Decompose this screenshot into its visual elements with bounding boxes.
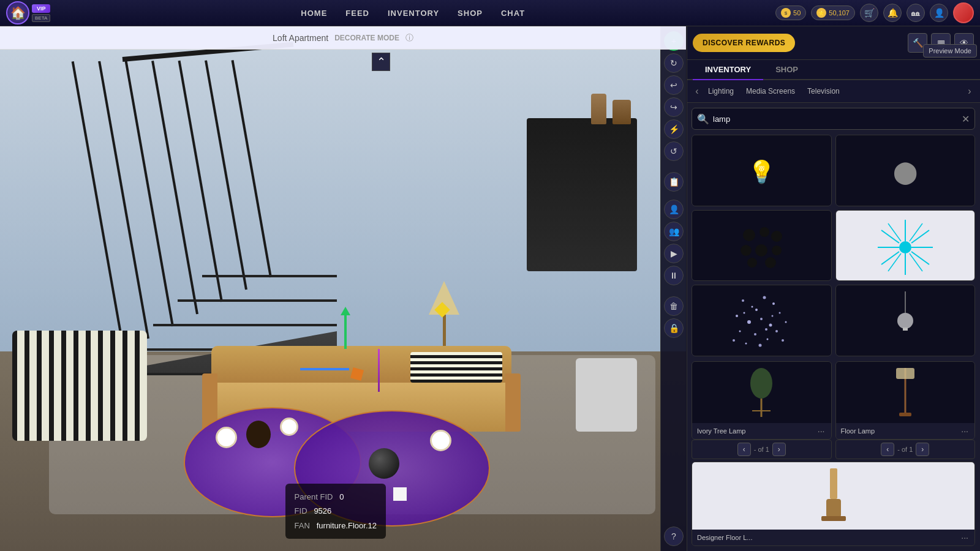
item-card-round-lamp[interactable]: [1V12] Round La... ··· (835, 210, 976, 282)
item-card-color-lamp[interactable]: [1V12] Color La... ··· (692, 210, 832, 282)
floor-next-btn[interactable]: › (916, 443, 929, 456)
search-bar[interactable]: 🔍 ✕ (692, 108, 975, 130)
nav-feed[interactable]: FEED (345, 9, 369, 18)
reset-btn[interactable]: ↺ (664, 141, 684, 161)
item-dots-floor[interactable]: ··· (960, 426, 970, 436)
svg-point-23 (763, 296, 766, 299)
item-card-lamp1[interactable]: 💡 Lamp1 ··· (692, 135, 832, 206)
item-label-designer-floor: Designer Floor L... (697, 534, 960, 541)
item-thumb-color-lamp (692, 211, 831, 282)
item-card-designer-floor[interactable]: Designer Floor L... ··· (692, 462, 975, 546)
right-couch (576, 358, 637, 432)
ivory-next-btn[interactable]: › (772, 443, 786, 456)
search-icon: 🔍 (697, 113, 709, 125)
nav-center: HOME FEED INVENTORY SHOP CHAT (301, 9, 525, 18)
svg-line-13 (881, 252, 899, 264)
ivory-page: - of 1 (754, 446, 769, 453)
svg-point-42 (765, 328, 767, 331)
item-label-ivory: Ivory Tree Lamp (697, 427, 816, 435)
item-thumb-drive-lamps: ⬤ (836, 135, 975, 206)
x-axis-handle[interactable] (300, 368, 349, 370)
cat-tv[interactable]: Television (804, 85, 843, 97)
svg-rect-54 (821, 516, 846, 521)
trash-btn[interactable]: 🗑 (664, 296, 684, 316)
preview-tooltip: Preview Mode (923, 44, 977, 58)
svg-rect-45 (903, 328, 908, 331)
avatar[interactable] (953, 2, 974, 23)
svg-point-6 (747, 258, 757, 268)
nav-chat[interactable]: CHAT (501, 9, 525, 18)
item-thumb-cafe-lamp (836, 285, 975, 356)
cat-lighting[interactable]: Lighting (704, 85, 737, 97)
house-icon[interactable]: 🏘 (907, 4, 925, 22)
scene-chevron[interactable]: ⌃ (372, 53, 390, 71)
info-icon[interactable]: ⓘ (405, 32, 413, 43)
nav-shop[interactable]: SHOP (458, 9, 483, 18)
user-icon[interactable]: 👤 (930, 4, 948, 22)
play-btn[interactable]: ▶ (664, 244, 684, 263)
svg-point-3 (741, 245, 752, 256)
svg-point-26 (736, 315, 738, 317)
owned-item-floor[interactable]: x1 Floor Lamp ··· ‹ (835, 361, 976, 459)
help-btn[interactable]: ? (664, 527, 684, 546)
nav-home[interactable]: HOME (301, 9, 327, 18)
group-btn[interactable]: 👥 (664, 222, 684, 241)
item-card-drive-lamps[interactable]: ⬤ Drive - In Lamps ··· (835, 135, 976, 206)
pause-btn[interactable]: ⏸ (664, 266, 684, 285)
lightning-btn[interactable]: ⚡ (664, 119, 684, 139)
svg-rect-53 (826, 499, 841, 517)
tab-inventory[interactable]: INVENTORY (693, 60, 763, 80)
search-input[interactable] (713, 114, 962, 124)
cart-icon[interactable]: 🛒 (860, 4, 878, 22)
svg-line-16 (888, 223, 901, 241)
svg-point-38 (733, 339, 735, 342)
y-axis-handle[interactable] (341, 307, 350, 349)
cat-arrow-left[interactable]: ‹ (690, 84, 704, 99)
svg-point-5 (772, 246, 782, 255)
last-item-row: Designer Floor L... ··· (687, 462, 980, 551)
top-nav: 🏠 VIP BETA HOME FEED INVENTORY SHOP CHAT… (0, 0, 980, 26)
floor-prev-btn[interactable]: ‹ (881, 443, 894, 456)
svg-point-37 (785, 321, 787, 323)
svg-point-30 (775, 330, 778, 332)
item-card-cafe-lamp[interactable]: NEW CAFE Lamp ··· (835, 285, 976, 356)
owned-item-ivory[interactable]: x1 Ivory Tree Lamp ··· (692, 361, 832, 459)
item-dots-designer-floor[interactable]: ··· (960, 533, 970, 542)
currency-badge-2: ⭐ 50,107 (811, 6, 855, 20)
svg-line-10 (911, 230, 929, 243)
svg-line-19 (910, 253, 922, 271)
item-dots-ivory[interactable]: ··· (816, 426, 826, 436)
svg-line-14 (881, 230, 899, 243)
discover-rewards-btn[interactable]: DISCOVER REWARDS (693, 34, 795, 52)
search-clear-btn[interactable]: ✕ (962, 113, 970, 125)
svg-point-27 (747, 320, 751, 324)
vase-2 (591, 94, 606, 124)
cat-media[interactable]: Media Screens (742, 85, 799, 97)
svg-line-20 (888, 253, 901, 271)
clipboard-btn[interactable]: 📋 (664, 172, 684, 192)
item-thumb-round-lamp (836, 211, 975, 282)
cat-arrow-right[interactable]: › (962, 84, 977, 99)
ivory-prev-btn[interactable]: ‹ (737, 443, 751, 456)
nav-right: $ 50 ⭐ 50,107 🛒 🔔 🏘 👤 (775, 2, 974, 23)
nav-inventory[interactable]: INVENTORY (388, 9, 439, 18)
rotate-btn[interactable]: ↻ (664, 53, 684, 73)
vase-1 (612, 100, 631, 124)
svg-line-11 (911, 252, 929, 264)
bell-icon[interactable]: 🔔 (883, 4, 902, 22)
lock-btn[interactable]: 🔒 (664, 318, 684, 338)
redo-btn[interactable]: ↪ (664, 97, 684, 117)
nav-left: 🏠 VIP BETA (6, 1, 50, 24)
svg-point-35 (745, 343, 747, 345)
logo-icon: 🏠 (6, 1, 29, 24)
svg-line-15 (910, 223, 922, 241)
item-card-star-lamp[interactable]: [1V12] Star Lamp ··· (692, 285, 832, 356)
z-axis-handle[interactable] (378, 349, 380, 392)
undo-btn[interactable]: ↩ (664, 75, 684, 95)
currency-icon-2: ⭐ (816, 8, 826, 18)
person-btn[interactable]: 👤 (664, 200, 684, 219)
svg-point-25 (779, 312, 781, 314)
item-thumb-designer-floor (692, 462, 974, 530)
svg-point-39 (755, 309, 758, 311)
tab-shop[interactable]: SHOP (763, 60, 810, 80)
